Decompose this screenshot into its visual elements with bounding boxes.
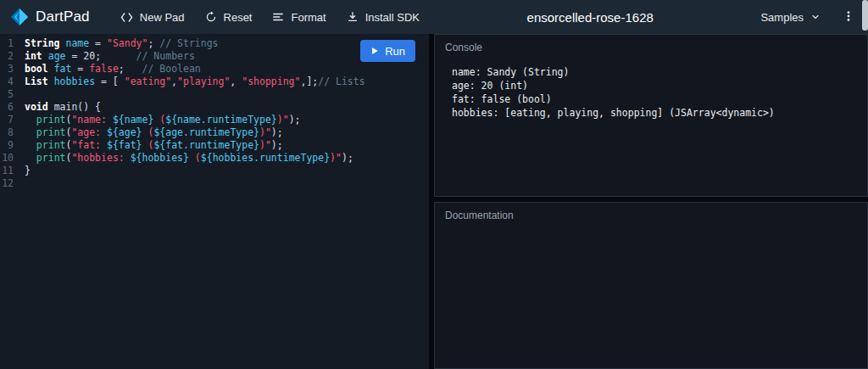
line-number: 7 [0,114,14,126]
chevron-down-icon [810,12,821,22]
code-icon [120,12,133,23]
code-line: 8 print("age: ${age} (${age.runtimeType}… [0,126,429,139]
console-label: Console [445,42,857,53]
code-line: 9 print("fat: ${fat} (${fat.runtimeType}… [0,139,429,152]
code-line: 5 [0,88,429,101]
line-number: 9 [0,139,14,152]
code-text: String name = "Sandy"; // Strings [14,37,219,50]
code-text: print("age: ${age} (${age.runtimeType})"… [14,126,283,139]
install-sdk-button[interactable]: Install SDK [337,3,430,31]
console-line: name: Sandy (String) [452,65,857,79]
code-editor[interactable]: 1String name = "Sandy"; // Strings2int a… [0,34,429,369]
dartpad-logo-icon [10,8,29,26]
code-line: 3bool fat = false; // Boolean [0,63,429,75]
line-number: 10 [0,152,14,165]
format-button[interactable]: Format [262,3,336,31]
console-line: fat: false (bool) [452,92,857,106]
output-column: Console name: Sandy (String)age: 20 (int… [434,34,868,369]
code-text: List hobbies = [ "eating","playing", "sh… [14,75,365,88]
code-text: void main() { [14,101,101,114]
header-left-group: DartPad New Pad Reset Format [8,3,430,31]
documentation-label: Documentation [445,210,857,221]
dartpad-app: DartPad New Pad Reset Format [0,0,868,369]
code-line: 11} [0,165,429,177]
download-icon [347,11,359,23]
run-button[interactable]: Run [360,40,415,62]
line-number: 12 [0,177,14,190]
code-text: print("hobbies: ${hobbies} (${hobbies.ru… [14,152,353,165]
line-number: 3 [0,63,14,75]
run-label: Run [385,45,405,58]
code-text [14,88,25,101]
app-title: DartPad [36,8,90,25]
reset-button[interactable]: Reset [195,3,263,31]
code-text: print("name: ${name} (${name.runtimeType… [14,114,301,126]
scrollbar-thumb[interactable] [862,0,868,31]
documentation-panel: Documentation [434,202,868,369]
header-right-group: Samples [750,3,856,31]
line-number: 4 [0,75,14,88]
line-number: 1 [0,37,14,50]
console-output: name: Sandy (String)age: 20 (int)fat: fa… [452,65,857,120]
code-line: 6void main() { [0,101,429,114]
line-number: 11 [0,165,14,177]
code-text: print("fat: ${fat} (${fat.runtimeType})"… [14,139,283,152]
samples-dropdown[interactable]: Samples [750,3,831,31]
code-line: 10 print("hobbies: ${hobbies} (${hobbies… [0,152,429,165]
new-pad-label: New Pad [140,11,185,24]
main-content: 1String name = "Sandy"; // Strings2int a… [0,34,868,369]
console-panel: Console name: Sandy (String)age: 20 (int… [434,34,868,197]
new-pad-button[interactable]: New Pad [110,3,195,31]
install-sdk-label: Install SDK [365,11,420,24]
code-line: 12 [0,177,429,190]
pad-title: ensorcelled-rose-1628 [430,10,750,25]
code-line: 7 print("name: ${name} (${name.runtimeTy… [0,114,429,126]
code-text: int age = 20; // Numbers [14,50,195,63]
overflow-menu-button[interactable] [841,6,856,29]
line-number: 2 [0,50,14,63]
code-text: } [14,165,31,177]
line-number: 8 [0,126,14,139]
reset-label: Reset [224,11,253,24]
format-icon [272,11,284,23]
line-number: 6 [0,101,14,114]
kebab-menu-icon [843,9,854,25]
console-line: age: 20 (int) [452,79,857,92]
code-text: bool fat = false; // Boolean [14,63,201,75]
samples-label: Samples [760,11,804,24]
format-label: Format [291,11,326,24]
play-icon [370,45,379,58]
header: DartPad New Pad Reset Format [0,0,868,34]
code-line: 4List hobbies = [ "eating","playing", "s… [0,75,429,88]
code-text [14,177,25,190]
reset-icon [205,11,217,23]
console-line: hobbies: [eating, playing, shopping] (JS… [452,106,857,120]
line-number: 5 [0,88,14,101]
